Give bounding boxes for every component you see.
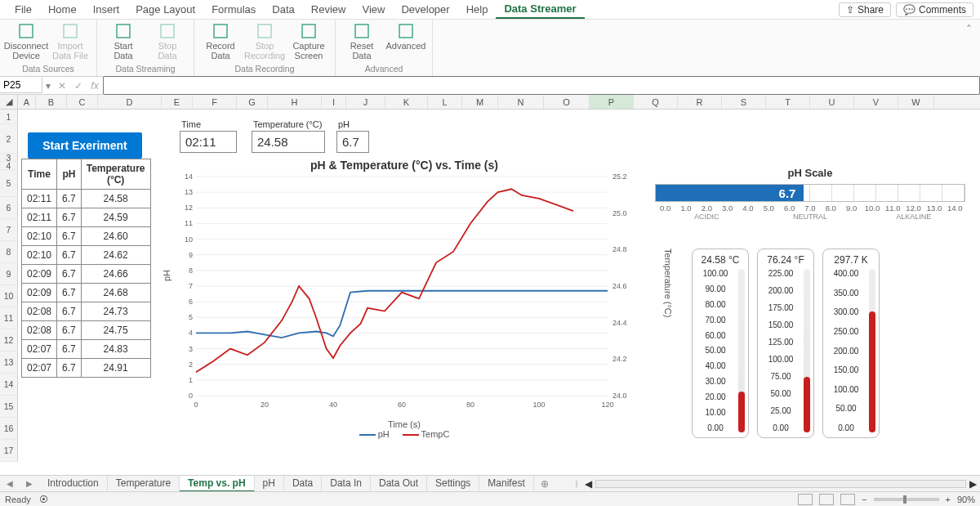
chart[interactable]: pH & Temperature (°C) vs. Time (s) pH Te… — [172, 159, 637, 437]
sheet-tab-bar: ◀ ▶ IntroductionTemperatureTemp vs. pHpH… — [0, 475, 980, 491]
col-header-L[interactable]: L — [428, 95, 462, 109]
view-page-layout-icon[interactable] — [819, 494, 834, 505]
ribbon-disconnect-device[interactable]: DisconnectDevice — [7, 21, 46, 60]
sheet-tab-manifest[interactable]: Manifest — [479, 476, 533, 492]
col-header-T[interactable]: T — [766, 95, 810, 109]
sheet-canvas[interactable]: Start Exeriment Time 02:11 Temperature (… — [18, 110, 980, 477]
ribbon-record-data[interactable]: RecordData — [201, 21, 240, 60]
collapse-ribbon-icon[interactable]: ˄ — [958, 20, 980, 76]
share-button[interactable]: ⇪Share — [839, 2, 891, 17]
row-header-4[interactable]: 4 — [0, 162, 18, 170]
menu-page-layout[interactable]: Page Layout — [127, 1, 203, 18]
x-axis-label: Time (s) — [172, 419, 637, 429]
row-header-9[interactable]: 9 — [0, 263, 18, 285]
ribbon-reset-data[interactable]: ResetData — [342, 21, 381, 60]
add-sheet-button[interactable]: ⊕ — [534, 478, 555, 490]
col-header-Q[interactable]: Q — [634, 95, 678, 109]
comments-button[interactable]: 💬Comments — [896, 2, 973, 17]
col-header-R[interactable]: R — [678, 95, 722, 109]
col-header-F[interactable]: F — [193, 95, 237, 109]
row-header-5[interactable]: 5 — [0, 170, 18, 197]
zoom-out-button[interactable]: − — [862, 495, 866, 504]
menu-formulas[interactable]: Formulas — [203, 1, 264, 18]
svg-rect-5 — [258, 25, 271, 38]
name-box[interactable] — [0, 78, 42, 93]
col-header-V[interactable]: V — [854, 95, 898, 109]
hscroll-left-icon[interactable]: ◀ — [581, 478, 595, 490]
col-header-K[interactable]: K — [385, 95, 428, 109]
zoom-in-button[interactable]: + — [946, 495, 951, 504]
row-header-16[interactable]: 16 — [0, 418, 18, 440]
row-header-7[interactable]: 7 — [0, 219, 18, 241]
sheet-tab-data-in[interactable]: Data In — [322, 476, 371, 492]
sheet-tab-temp-vs-ph[interactable]: Temp vs. pH — [180, 476, 254, 492]
col-header-G[interactable]: G — [237, 95, 268, 109]
row-header-14[interactable]: 14 — [0, 374, 18, 396]
namebox-dropdown-icon[interactable]: ▾ — [42, 80, 54, 92]
hscroll[interactable]: ⁞ ◀ ▶ — [572, 478, 980, 490]
menu-help[interactable]: Help — [458, 1, 497, 18]
menu-review[interactable]: Review — [303, 1, 354, 18]
row-header-10[interactable]: 10 — [0, 285, 18, 307]
view-page-break-icon[interactable] — [840, 494, 855, 505]
col-header-W[interactable]: W — [898, 95, 934, 109]
row-header-11[interactable]: 11 — [0, 307, 18, 329]
menu-file[interactable]: File — [7, 1, 40, 18]
sheet-tab-settings[interactable]: Settings — [427, 476, 479, 492]
svg-text:4: 4 — [189, 329, 193, 337]
record-macro-icon[interactable]: ⦿ — [39, 495, 48, 504]
col-header-U[interactable]: U — [810, 95, 854, 109]
menu-insert[interactable]: Insert — [85, 1, 128, 18]
col-header-B[interactable]: B — [36, 95, 67, 109]
col-header-N[interactable]: N — [498, 95, 544, 109]
col-header-P[interactable]: P — [590, 95, 634, 109]
view-normal-icon[interactable] — [798, 494, 813, 505]
sheet-tab-ph[interactable]: pH — [255, 476, 284, 492]
row-header-2[interactable]: 2 — [0, 124, 18, 154]
advanced-icon — [398, 23, 414, 39]
start-experiment-button[interactable]: Start Exeriment — [28, 132, 142, 159]
ribbon-capture-screen[interactable]: CaptureScreen — [289, 21, 328, 60]
col-header-D[interactable]: D — [98, 95, 162, 109]
y-right-axis-label: Temperature (°C) — [663, 249, 673, 317]
menu-data-streamer[interactable]: Data Streamer — [496, 0, 584, 19]
row-header-1[interactable]: 1 — [0, 110, 18, 124]
hscroll-right-icon[interactable]: ▶ — [966, 478, 980, 490]
tab-nav-next[interactable]: ▶ — [20, 479, 39, 488]
col-header-J[interactable]: J — [346, 95, 385, 109]
row-header-13[interactable]: 13 — [0, 352, 18, 374]
tab-nav-prev[interactable]: ◀ — [0, 479, 20, 488]
row-header-12[interactable]: 12 — [0, 329, 18, 352]
col-header-A[interactable]: A — [18, 95, 36, 109]
ph-label: pH — [338, 119, 350, 129]
cancel-icon[interactable]: ✕ — [54, 80, 70, 92]
col-header-I[interactable]: I — [322, 95, 346, 109]
ribbon-advanced[interactable]: Advanced — [386, 21, 425, 51]
row-header-6[interactable]: 6 — [0, 197, 18, 219]
formula-input[interactable] — [103, 76, 980, 95]
menu-data[interactable]: Data — [264, 1, 302, 18]
row-header-8[interactable]: 8 — [0, 241, 18, 263]
menu-view[interactable]: View — [354, 1, 393, 18]
row-header-17[interactable]: 17 — [0, 440, 18, 462]
col-header-H[interactable]: H — [268, 95, 322, 109]
enter-icon[interactable]: ✓ — [70, 80, 87, 92]
sheet-tab-temperature[interactable]: Temperature — [108, 476, 180, 492]
col-header-O[interactable]: O — [544, 95, 590, 109]
menu-home[interactable]: Home — [40, 1, 85, 18]
menu-developer[interactable]: Developer — [393, 1, 457, 18]
row-header-15[interactable]: 15 — [0, 396, 18, 418]
col-header-M[interactable]: M — [462, 95, 498, 109]
col-header-E[interactable]: E — [162, 95, 193, 109]
select-all-triangle[interactable]: ◢ — [0, 95, 18, 109]
col-header-C[interactable]: C — [67, 95, 98, 109]
svg-text:2: 2 — [189, 360, 193, 369]
sheet-tab-data[interactable]: Data — [284, 476, 322, 492]
zoom-level[interactable]: 90% — [957, 495, 975, 504]
sheet-tab-data-out[interactable]: Data Out — [371, 476, 427, 492]
col-header-S[interactable]: S — [722, 95, 766, 109]
zoom-slider[interactable] — [874, 498, 939, 501]
fx-icon[interactable]: fx — [87, 80, 103, 92]
ribbon-start-data[interactable]: StartData — [104, 21, 143, 60]
sheet-tab-introduction[interactable]: Introduction — [39, 476, 108, 492]
